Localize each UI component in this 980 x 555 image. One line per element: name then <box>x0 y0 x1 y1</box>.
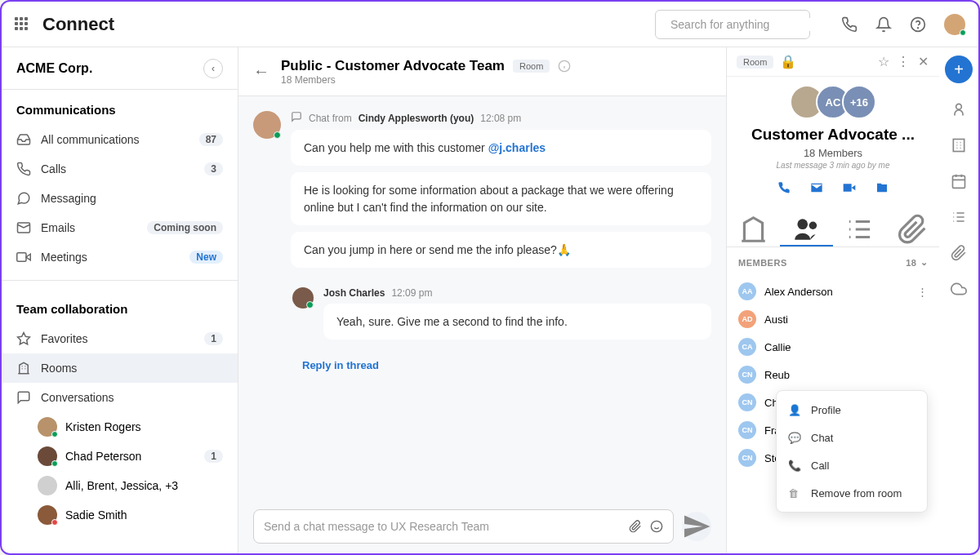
create-button[interactable]: + <box>945 56 973 83</box>
current-user-avatar[interactable] <box>944 14 965 35</box>
nav-emails[interactable]: Emails Coming soon <box>2 213 238 242</box>
conversation-item[interactable]: Sadie Smith <box>2 500 238 530</box>
ctx-chat[interactable]: 💬Chat <box>777 424 927 451</box>
org-header: ACME Corp. ‹ <box>2 47 238 90</box>
composer-input[interactable] <box>264 520 629 533</box>
room-name: Customer Advocate ... <box>738 126 928 144</box>
nav-rooms[interactable]: Rooms <box>2 353 238 383</box>
nav-meetings[interactable]: Meetings New <box>2 242 238 272</box>
count-badge: 3 <box>204 162 223 175</box>
chat-messages: Chat from Cindy Applesworth (you) 12:08 … <box>238 96 726 500</box>
app-body: ACME Corp. ‹ Communications All communic… <box>2 47 978 553</box>
more-icon[interactable]: ⋮ <box>897 54 910 69</box>
user-mention[interactable]: @j.charles <box>488 141 546 154</box>
video-icon <box>16 250 31 264</box>
email-icon <box>16 220 31 235</box>
chat-icon: 💬 <box>788 432 801 444</box>
tab-files[interactable] <box>886 214 939 246</box>
info-icon[interactable] <box>558 58 571 74</box>
lock-icon: 🔒 <box>780 54 793 69</box>
app-window: Connect ACME Corp. ‹ Communications All … <box>0 0 980 555</box>
collapse-sidebar-button[interactable]: ‹ <box>203 59 223 78</box>
back-button[interactable]: ← <box>253 62 270 81</box>
phone-icon[interactable] <box>841 16 858 33</box>
send-button[interactable] <box>682 512 711 541</box>
help-icon[interactable] <box>910 16 926 33</box>
member-name: Alex Anderson <box>764 286 833 298</box>
message-avatar[interactable] <box>253 111 281 139</box>
conversation-name: Sadie Smith <box>65 508 127 522</box>
app-logo: Connect <box>42 14 114 35</box>
chat-action[interactable] <box>875 180 889 196</box>
conversation-item[interactable]: Alli, Brent, Jessica, +3 <box>2 471 238 500</box>
user-avatar <box>38 446 57 466</box>
ctx-profile[interactable]: 👤Profile <box>777 396 927 424</box>
nav-calls[interactable]: Calls 3 <box>2 154 238 184</box>
star-icon[interactable]: ☆ <box>877 54 890 69</box>
svg-point-9 <box>956 104 962 109</box>
conversation-item[interactable]: Chad Peterson 1 <box>2 442 238 471</box>
call-action[interactable] <box>777 180 791 196</box>
svg-rect-4 <box>17 253 26 262</box>
message-time: 12:08 pm <box>480 113 521 124</box>
inbox-icon <box>16 132 31 147</box>
chat-subtitle: 18 Members <box>281 74 711 86</box>
nav-conversations[interactable]: Conversations <box>2 383 238 412</box>
section-team-collab: Team collaboration <box>2 289 238 324</box>
conversation-name: Chad Peterson <box>65 450 196 463</box>
calendar-rail-icon[interactable] <box>951 171 967 191</box>
search-input[interactable] <box>670 18 813 31</box>
avatar-stack[interactable]: AC +16 <box>738 85 928 119</box>
phone-icon: 📞 <box>788 460 801 472</box>
user-avatar <box>38 505 57 525</box>
member-more-icon[interactable]: ⋮ <box>917 286 928 298</box>
global-search[interactable] <box>655 10 810 39</box>
room-last-message: Last message 3 min ago by me <box>738 161 928 170</box>
member-row[interactable]: AAAlex Anderson⋮ <box>727 278 939 305</box>
message-author: Cindy Applesworth (you) <box>359 113 474 124</box>
emoji-icon[interactable] <box>650 518 663 535</box>
right-rail: + <box>939 47 978 553</box>
message-icon <box>16 191 31 206</box>
message-composer <box>238 500 726 553</box>
video-action[interactable] <box>843 180 856 196</box>
cloud-rail-icon[interactable] <box>951 279 967 299</box>
apps-launcher-icon[interactable] <box>15 17 29 32</box>
member-row[interactable]: CNReub <box>727 361 939 388</box>
bell-icon[interactable] <box>875 16 892 33</box>
reply-in-thread-link[interactable]: Reply in thread <box>302 359 711 371</box>
conversation-name: Alli, Brent, Jessica, +3 <box>65 479 178 492</box>
ctx-remove[interactable]: 🗑Remove from room <box>777 479 927 507</box>
member-name: Reub <box>764 369 790 381</box>
member-avatar: AA <box>738 282 756 300</box>
close-icon[interactable]: ✕ <box>916 54 929 69</box>
ctx-call[interactable]: 📞Call <box>777 451 927 479</box>
nav-favorites[interactable]: Favorites 1 <box>2 324 238 353</box>
nav-all-communications[interactable]: All communications 87 <box>2 125 238 154</box>
svg-point-8 <box>809 222 817 230</box>
message-avatar[interactable] <box>292 287 314 309</box>
member-row[interactable]: CACallie <box>727 333 939 361</box>
attachment-icon[interactable] <box>629 518 642 535</box>
building-rail-icon[interactable] <box>951 135 967 155</box>
left-sidebar: ACME Corp. ‹ Communications All communic… <box>2 47 238 553</box>
conversation-item[interactable]: Kristen Rogers <box>2 412 238 442</box>
tasks-rail-icon[interactable] <box>951 207 967 227</box>
tab-tasks[interactable] <box>833 214 886 246</box>
members-count[interactable]: 18 ⌄ <box>906 257 928 268</box>
user-avatar <box>38 417 57 437</box>
profile-rail-icon[interactable] <box>951 100 967 119</box>
composer-input-wrap[interactable] <box>253 509 674 544</box>
member-row[interactable]: ADAusti <box>727 305 939 333</box>
details-header: Room 🔒 ☆ ⋮ ✕ <box>727 47 939 77</box>
tab-overview[interactable] <box>727 214 780 246</box>
org-name: ACME Corp. <box>16 61 92 76</box>
nav-messaging[interactable]: Messaging <box>2 184 238 213</box>
tab-members[interactable] <box>780 214 833 246</box>
room-chip: Room <box>737 56 773 69</box>
email-action[interactable] <box>810 180 823 196</box>
member-context-menu: 👤Profile 💬Chat 📞Call 🗑Remove from room <box>776 390 928 513</box>
attachment-rail-icon[interactable] <box>951 243 967 263</box>
chat-from-label: Chat from <box>309 113 352 124</box>
svg-rect-10 <box>953 140 964 152</box>
